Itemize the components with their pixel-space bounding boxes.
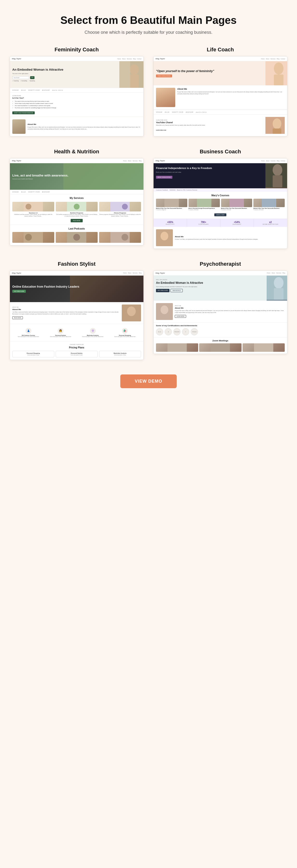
psycho-zoom: Zoom Meetings [154,337,287,354]
biz-rating-stars: ★★★★★ [169,189,175,191]
femininity-preview[interactable]: Mag.Taylor Home About Services Blog Cont… [10,56,144,136]
fashion-plan-desc-1: Some description of plan [14,354,53,355]
svg-rect-26 [197,199,211,207]
fem-about-image [12,119,26,134]
fashion-plan-3[interactable]: Wardrobe Analysis Some description of pl… [99,351,141,357]
fashion-service-icon-4: 🛍️ [122,328,128,334]
fashion-services: 👗 261 Fashion Courses Some description o… [10,324,143,341]
psycho-cert-1: ELLE [156,328,163,335]
life-logos: VOGUE ELLE VANITY FAIR BAZAAR marie clai… [154,110,287,115]
fashion-pricing-title: Pricing Plans [12,346,141,349]
health-more-btn[interactable]: READ MORE [71,219,83,222]
health-service-desc-3: Fitness programs designed for you. Save … [99,214,141,217]
biz-cta-btn[interactable]: BOOK CONSULTATION [156,176,172,179]
fem-hero-text: An Embodied Woman is Attractive You are … [10,61,119,88]
fashion-service-icon-3: 👚 [90,328,96,334]
health-podcasts-grid [12,232,141,243]
card-fashion: Fashion Stylist Mag.Taylor Home About Se… [10,261,144,360]
biz-course-img-4 [253,199,285,207]
fem-section-isit: LEARN MORE Is It for You? You want to li… [10,93,143,117]
health-nav-logo: Mag.Taylor [12,160,21,162]
life-lower-image [156,88,175,107]
svg-rect-9 [273,128,281,134]
psycho-hero-image [267,276,287,301]
biz-course-3: Market & Run Your Own Successful Busines… [221,199,253,211]
life-preview[interactable]: Mag.Taylor Home About Services Blog Cont… [153,56,287,136]
biz-rating-label: Based on 799+ Customer Reviews [177,189,197,191]
health-services-title: My Services [12,197,141,199]
psycho-about: ABOUT ME About Me Hi guys! My name is Ma… [154,301,287,322]
biz-course-4: Market & Run Your Own Successful Busines… [253,199,285,211]
biz-enroll-btn[interactable]: ENROLL NOW [214,213,226,216]
fashion-service-icon-2: 👩 [58,328,63,334]
psycho-certs-row: ELLE ★ BAZAAR ✦ VOGUE [156,328,285,335]
fashion-hero-heading: Online Education from Fashion Industry L… [12,285,79,288]
page-header: Select from 6 Beautiful Main Pages Choos… [10,14,287,35]
biz-stat-label-2: 5-STAR REVIEWS [189,223,219,225]
card-life-coach: Life Coach Mag.Taylor Home About Service… [153,46,287,136]
psycho-cert-3: BAZAAR [173,328,180,335]
fem-hero-body: You are in the right place. [12,73,117,74]
life-hero-text: "Open yourself to the power of femininit… [154,61,265,85]
fem-start-btn[interactable]: START YOUR TRANSFORMATION [12,112,35,114]
card-life-title: Life Coach [207,46,234,53]
cards-grid: Femininity Coach Mag.Taylor Home About S… [10,46,287,360]
fashion-service-4: 🛍️ Personal Shopping Some description of… [109,327,141,339]
biz-stat-label-4: INCOME GROW THIS YEAR [255,223,286,225]
svg-point-5 [274,62,284,74]
fashion-preview[interactable]: Mag.Taylor Home About Services Blog Onli… [10,271,144,360]
psycho-about-btn[interactable]: LEARN MORE [175,315,186,318]
psycho-nav-logo: Mag.Taylor [156,272,165,274]
biz-stat-4: x2 INCOME GROW THIS YEAR [254,219,287,227]
fashion-plan-title-3: Wardrobe Analysis [101,352,139,354]
biz-nav: Mag.Taylor Home About Courses Blog Conta… [154,158,287,163]
biz-course-img-3 [221,199,253,207]
health-nav-links: Home About Services Blog [123,160,141,161]
biz-stat-3: +54% ENGAGEMENT [220,219,254,227]
fashion-service-desc-1: Some description of the service offered … [13,336,44,337]
fem-about-body: Hi guys! My name is Mary and I am an exp… [28,126,141,130]
health-podcast-1 [12,232,54,243]
fashion-plan-desc-2: Some description of plan [57,354,96,355]
fashion-plan-2[interactable]: Personal Stylists Some description of pl… [56,351,98,357]
fashion-about-image [122,305,141,321]
biz-hero-sub: Book your free consultation and start to… [156,172,263,173]
fem-email-input[interactable] [12,76,29,79]
life-about: About Me Hi guys! My name is Mary and I … [177,88,285,107]
card-psycho-title: Psychotherapist [200,261,241,267]
health-services-grid: Sessions 1:1 Individual coaching session… [12,202,141,217]
psycho-preview[interactable]: Mag.Taylor Home About Services Blog WELL… [153,271,287,354]
svg-rect-28 [262,199,276,207]
health-hero-text: Live, act and breathe with awareness. Ac… [12,174,68,180]
view-demo-button[interactable]: VIEW DEMO [120,374,177,388]
biz-stat-num-4: x2 [255,221,286,223]
psycho-cta2-btn[interactable]: VIEW DETAILS [170,289,183,292]
fem-hero-heading: An Embodied Woman is Attractive [12,68,117,72]
svg-point-1 [130,64,139,75]
fashion-about-btn[interactable]: READ MORE [12,316,23,319]
psycho-about-image [156,303,173,320]
life-youtube-btn[interactable]: SUBSCRIBE NOW [156,129,166,131]
fashion-cta-btn[interactable]: GET FREE GUIDE [12,290,26,293]
biz-about-desc: Hi there! I am Mary, an experienced busi… [175,239,258,240]
biz-about: About Me Hi there! I am Mary, an experie… [154,227,287,249]
life-about-title: About Me [177,88,285,90]
psycho-about-body: Hi guys! My name is Mary and I am an exp… [175,310,285,313]
svg-point-32 [127,306,136,316]
biz-stat-2: 790+ 5-STAR REVIEWS [187,219,221,227]
business-preview[interactable]: Mag.Taylor Home About Courses Blog Conta… [153,158,287,249]
fem-logos: VOGUE ELLE VANITY FAIR BAZAAR marie clai… [10,88,143,93]
life-cta-btn[interactable]: FREE CONSULTATION [156,74,172,78]
fashion-plan-1[interactable]: Personal Shopping Some description of pl… [12,351,54,357]
card-health-title: Health & Nutrition [54,149,99,155]
svg-rect-24 [273,175,282,187]
health-preview[interactable]: Mag.Taylor Home About Services Blog Live… [10,158,144,245]
psycho-cta1-btn[interactable]: GET FREE GUIDE [156,289,169,292]
svg-point-23 [273,164,282,176]
card-health: Health & Nutrition Mag.Taylor Home About… [10,149,144,249]
health-nav: Mag.Taylor Home About Services Blog [10,158,143,163]
fem-submit-btn[interactable]: GO [30,76,34,79]
life-youtube-image [265,117,285,134]
svg-point-21 [122,234,128,241]
card-business: Business Coach Mag.Taylor Home About Cou… [153,149,287,249]
